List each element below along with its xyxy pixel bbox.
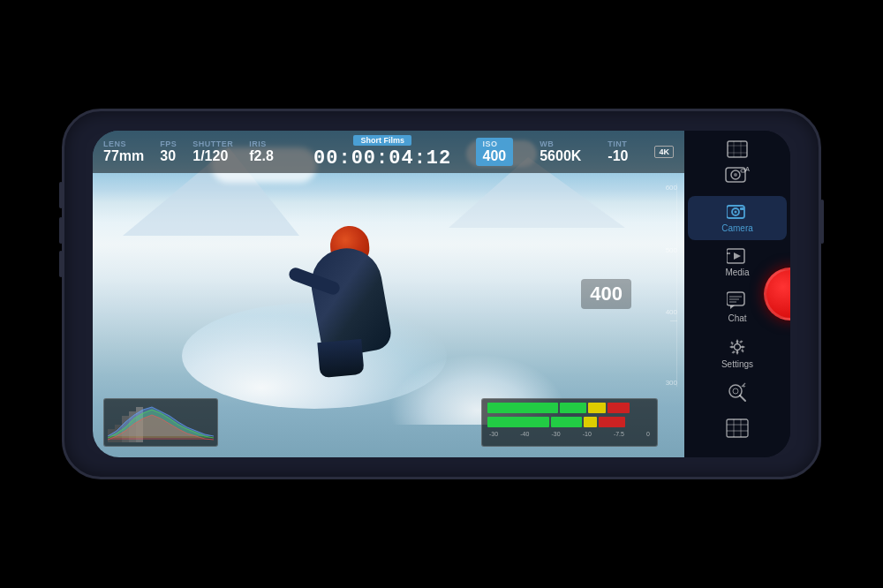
ruler-tick-300: 300 bbox=[660, 379, 677, 387]
sidebar-item-camera[interactable]: Camera bbox=[688, 196, 787, 240]
focus-peaking-icon: + bbox=[726, 380, 749, 403]
aspect-ratio-icon bbox=[726, 138, 749, 161]
svg-line-31 bbox=[740, 396, 745, 401]
svg-rect-19 bbox=[740, 207, 744, 210]
phone-frame: LENS 77mm FPS 30 SHUTTER 1/120 IRIS f2.8… bbox=[62, 109, 821, 479]
camera-nav-label: Camera bbox=[721, 223, 753, 233]
lut-list-icon bbox=[726, 418, 749, 438]
audio-label-2: -40 bbox=[520, 431, 529, 437]
sidebar-item-settings[interactable]: Settings bbox=[684, 330, 790, 376]
focus-peaking-button[interactable]: + bbox=[722, 376, 752, 406]
chat-nav-label: Chat bbox=[728, 313, 746, 323]
audio-bar-green-2 bbox=[560, 403, 586, 413]
resolution-badge: 4K bbox=[654, 146, 674, 158]
lut-list-button[interactable] bbox=[722, 413, 752, 443]
tint-value: -10 bbox=[608, 148, 628, 164]
audio-channel-2 bbox=[487, 417, 652, 427]
settings-nav-label: Settings bbox=[721, 359, 753, 369]
audio-bar-red-2 bbox=[599, 417, 625, 427]
hud-iris: IRIS f2.8 bbox=[249, 139, 274, 164]
fps-label: FPS bbox=[160, 139, 177, 148]
preset-label[interactable]: Short Films bbox=[353, 135, 411, 146]
ruler-tick-600: 600 bbox=[660, 184, 677, 192]
lens-value: 77mm bbox=[103, 148, 144, 164]
svg-point-18 bbox=[735, 211, 737, 214]
audio-labels: -30 -40 -30 -10 -7.5 0 bbox=[487, 431, 652, 437]
audio-bar-green-1 bbox=[487, 403, 558, 413]
record-button-wrap bbox=[764, 268, 790, 320]
focus-ruler: 600 500 400 — 300 bbox=[660, 184, 677, 387]
wb-value: 5600K bbox=[540, 148, 581, 164]
iso-value: 400 bbox=[483, 148, 507, 164]
svg-marker-21 bbox=[734, 253, 741, 260]
camera-a-button[interactable]: A bbox=[721, 164, 754, 185]
media-nav-label: Media bbox=[725, 268, 749, 277]
audio-label-6: 0 bbox=[646, 431, 650, 437]
svg-point-30 bbox=[733, 388, 738, 394]
volume-up-button[interactable] bbox=[59, 217, 63, 244]
audio-label-4: -10 bbox=[583, 431, 592, 437]
skier-legs bbox=[317, 338, 364, 377]
camera-a-icon: A bbox=[725, 164, 750, 185]
ruler-tick-500: 500 bbox=[660, 246, 677, 254]
tint-label: TINT bbox=[608, 139, 627, 148]
hud-shutter: SHUTTER 1/120 bbox=[192, 139, 233, 164]
svg-rect-6 bbox=[728, 141, 747, 157]
right-sidebar: A Camera bbox=[684, 131, 790, 457]
iso-label: ISO bbox=[483, 139, 498, 148]
hud-lens: LENS 77mm bbox=[103, 139, 144, 164]
fps-value: 30 bbox=[160, 148, 176, 164]
histogram-svg bbox=[108, 403, 214, 442]
hud-tint: TINT -10 bbox=[608, 139, 628, 164]
bottom-sidebar-icons: + bbox=[722, 376, 752, 450]
audio-bar-yellow-2 bbox=[584, 417, 597, 427]
svg-point-28 bbox=[735, 344, 741, 351]
chat-nav-icon bbox=[727, 291, 748, 311]
audio-bar-green-3 bbox=[487, 417, 549, 427]
lens-label: LENS bbox=[103, 139, 126, 148]
hud-right: ISO 400 WB 5600K TINT -10 4K bbox=[476, 138, 675, 166]
audio-channel-1 bbox=[487, 403, 652, 413]
shutter-value: 1/120 bbox=[192, 148, 228, 164]
focus-value-display: 400 bbox=[581, 279, 631, 309]
camera-nav-icon bbox=[727, 203, 748, 221]
histogram-display bbox=[103, 398, 218, 447]
timecode-display: 00:00:04:12 bbox=[313, 147, 451, 170]
shutter-label: SHUTTER bbox=[192, 139, 233, 148]
iris-value: f2.8 bbox=[249, 148, 274, 164]
hud-wb: WB 5600K bbox=[540, 139, 581, 164]
hud-fps: FPS 30 bbox=[160, 139, 177, 164]
hud-iso[interactable]: ISO 400 bbox=[476, 138, 514, 166]
hud-timecode-area: Short Films 00:00:04:12 bbox=[290, 135, 476, 170]
svg-text:+: + bbox=[743, 383, 746, 388]
audio-bar-green-4 bbox=[551, 417, 582, 427]
wb-label: WB bbox=[540, 139, 554, 148]
svg-point-13 bbox=[734, 173, 737, 177]
hud-top-bar: LENS 77mm FPS 30 SHUTTER 1/120 IRIS f2.8… bbox=[93, 131, 684, 173]
record-button[interactable] bbox=[764, 268, 790, 320]
svg-text:A: A bbox=[745, 166, 750, 172]
ruler-line bbox=[676, 184, 677, 387]
skier bbox=[270, 213, 447, 407]
audio-meter: -30 -40 -30 -10 -7.5 0 bbox=[481, 398, 658, 447]
iris-label: IRIS bbox=[249, 139, 267, 148]
aspect-ratio-button[interactable] bbox=[721, 138, 754, 161]
audio-label-5: -7.5 bbox=[614, 431, 624, 437]
audio-bar-red-1 bbox=[608, 403, 630, 413]
media-nav-icon bbox=[727, 247, 748, 265]
settings-nav-icon bbox=[728, 337, 747, 357]
volume-down-button[interactable] bbox=[59, 251, 63, 277]
svg-rect-34 bbox=[727, 419, 748, 437]
audio-label-1: -30 bbox=[489, 431, 498, 437]
audio-bar-yellow-1 bbox=[588, 403, 606, 413]
camera-viewport[interactable]: LENS 77mm FPS 30 SHUTTER 1/120 IRIS f2.8… bbox=[93, 131, 684, 457]
screen: LENS 77mm FPS 30 SHUTTER 1/120 IRIS f2.8… bbox=[93, 131, 790, 457]
ruler-tick-400: 400 — bbox=[660, 308, 677, 324]
audio-label-3: -30 bbox=[551, 431, 560, 437]
